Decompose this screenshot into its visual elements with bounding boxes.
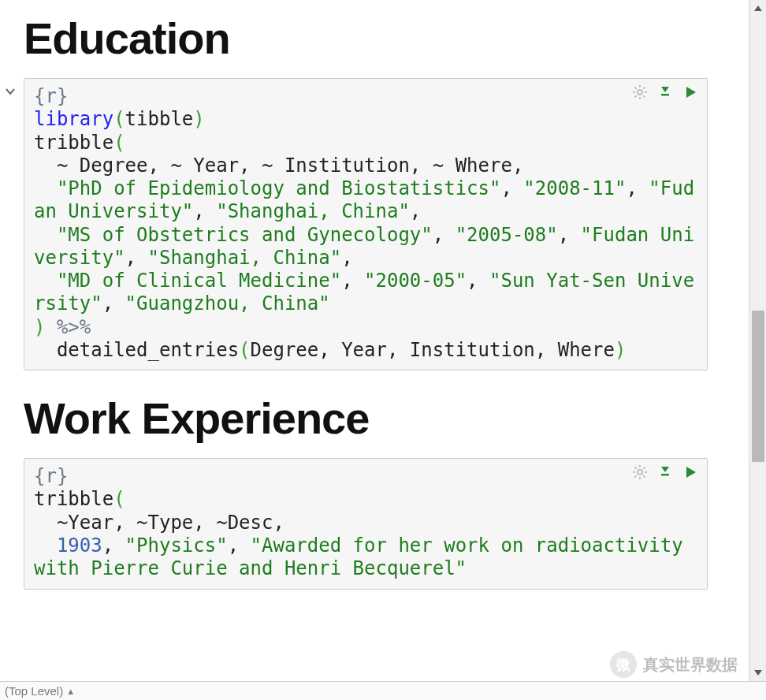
- svg-marker-21: [661, 467, 669, 472]
- editor-viewport: Education {r} library(tibble) tri: [0, 0, 731, 680]
- scroll-down-arrow[interactable]: [749, 664, 766, 681]
- code-text[interactable]: {r} tribble( ~Year, ~Type, ~Desc, 1903, …: [34, 465, 697, 580]
- code-chunk-work[interactable]: {r} tribble( ~Year, ~Type, ~Desc, 1903, …: [24, 458, 708, 589]
- gear-icon[interactable]: [631, 84, 649, 101]
- scroll-up-arrow[interactable]: [749, 0, 766, 17]
- run-above-icon[interactable]: [656, 464, 674, 481]
- heading-work: Work Experience: [24, 393, 708, 444]
- svg-point-0: [638, 90, 642, 95]
- svg-rect-10: [661, 94, 669, 96]
- svg-marker-23: [686, 467, 696, 478]
- caret-up-icon[interactable]: ▲: [66, 687, 75, 696]
- chunk-toolbar: [631, 84, 699, 101]
- svg-line-17: [635, 467, 637, 469]
- svg-line-19: [635, 476, 637, 478]
- scope-selector[interactable]: (Top Level): [5, 684, 63, 698]
- svg-marker-9: [661, 87, 669, 92]
- heading-education: Education: [24, 13, 708, 64]
- chunk-toolbar: [631, 464, 699, 481]
- svg-marker-25: [754, 670, 762, 676]
- run-chunk-icon[interactable]: [682, 84, 699, 101]
- scrollbar-thumb[interactable]: [752, 311, 764, 462]
- editor-content: Education {r} library(tibble) tri: [0, 13, 731, 590]
- svg-rect-22: [661, 474, 669, 476]
- svg-line-20: [643, 467, 645, 469]
- svg-point-12: [638, 470, 642, 475]
- code-chunk-row: {r} tribble( ~Year, ~Type, ~Desc, 1903, …: [3, 458, 708, 589]
- vertical-scrollbar[interactable]: [749, 0, 766, 700]
- code-chunk-education[interactable]: {r} library(tibble) tribble( ~ Degree, ~…: [24, 78, 708, 370]
- svg-marker-24: [754, 6, 762, 11]
- svg-line-18: [643, 476, 645, 478]
- gear-icon[interactable]: [631, 464, 649, 481]
- svg-line-6: [643, 95, 645, 97]
- code-text[interactable]: {r} library(tibble) tribble( ~ Degree, ~…: [34, 85, 697, 362]
- svg-marker-11: [686, 87, 696, 98]
- run-chunk-icon[interactable]: [682, 464, 699, 481]
- code-chunk-row: {r} library(tibble) tribble( ~ Degree, ~…: [3, 78, 708, 370]
- svg-line-5: [635, 88, 637, 89]
- status-bar: (Top Level) ▲: [0, 681, 766, 700]
- svg-line-7: [635, 95, 637, 97]
- run-above-icon[interactable]: [656, 84, 674, 101]
- svg-line-8: [643, 88, 645, 89]
- fold-toggle[interactable]: [3, 84, 17, 99]
